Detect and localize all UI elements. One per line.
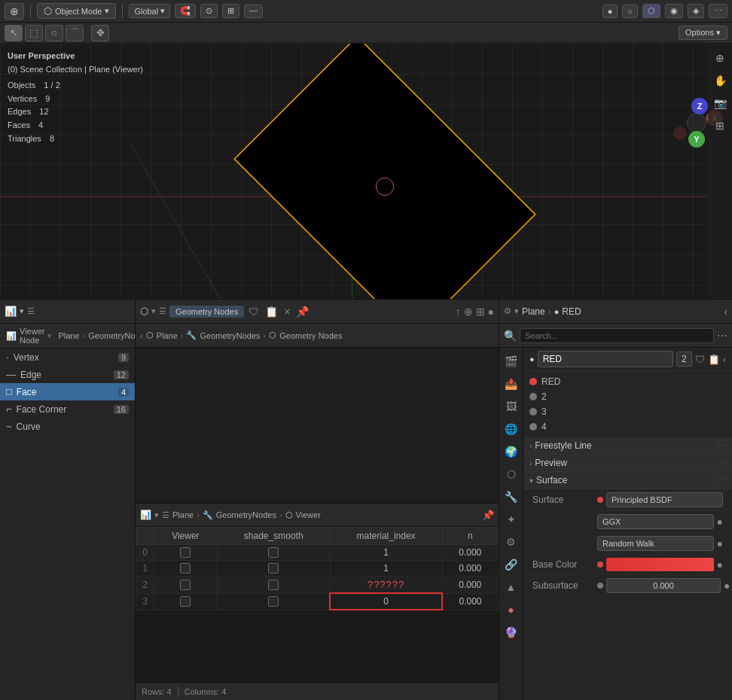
props-search-icon[interactable]: 🔍 bbox=[504, 330, 517, 342]
material-item-3[interactable]: 3 bbox=[523, 404, 732, 419]
preview-section[interactable]: › Preview ⋯ bbox=[523, 455, 732, 472]
material-copy-icon[interactable]: 📋 bbox=[708, 354, 720, 365]
global-btn[interactable]: Global ▾ bbox=[129, 4, 170, 18]
object-props-icon[interactable]: ⬡ bbox=[501, 464, 522, 485]
particle-props-icon[interactable]: ✦ bbox=[501, 509, 522, 530]
gizmo-y-axis[interactable]: Y bbox=[688, 131, 705, 148]
material-item-red[interactable]: RED bbox=[523, 374, 732, 389]
viewer-checkbox-3[interactable] bbox=[180, 596, 191, 607]
viewport-shading-btn[interactable]: ● bbox=[602, 5, 618, 18]
freestyle-line-section[interactable]: › Freestyle Line ⋯ bbox=[523, 437, 732, 455]
viewport-subtitle: (0) Scene Collection | Plane (Viewer) bbox=[8, 63, 143, 77]
select-circle-tool[interactable]: ○ bbox=[45, 25, 63, 41]
col-viewer[interactable]: Viewer bbox=[154, 528, 218, 545]
metallic-dot-btn[interactable]: ● bbox=[717, 516, 723, 528]
viewer-checkbox-2[interactable] bbox=[180, 580, 191, 590]
transform-tool[interactable]: ✥ bbox=[91, 25, 109, 41]
copy-icon[interactable]: 📋 bbox=[264, 306, 279, 318]
material-item-2[interactable]: 2 bbox=[523, 389, 732, 404]
material-collapse-btn[interactable]: ‹ bbox=[723, 354, 726, 365]
node-editor-dropdown[interactable]: ▾ bbox=[151, 306, 156, 316]
gizmo-z-axis[interactable]: Z bbox=[691, 98, 708, 114]
principled-bsdf-btn[interactable]: Principled BSDF bbox=[606, 492, 723, 507]
subsurface-input[interactable] bbox=[606, 578, 721, 593]
data-props-icon[interactable]: ▲ bbox=[501, 577, 522, 598]
ggx-btn[interactable]: GGX bbox=[597, 514, 714, 529]
proportional-btn[interactable]: ⊙ bbox=[200, 4, 218, 18]
ss-pin-icon[interactable]: 📌 bbox=[482, 510, 494, 521]
render-props-icon[interactable]: 🎬 bbox=[501, 351, 522, 372]
viewport-solid-btn[interactable]: ⬡ bbox=[642, 4, 660, 18]
camera-view-btn[interactable]: 📷 bbox=[710, 93, 730, 113]
output-props-icon[interactable]: 📤 bbox=[501, 373, 522, 394]
viewport-3d[interactable]: User Perspective (0) Scene Collection | … bbox=[0, 44, 732, 300]
viewport-rendered-btn[interactable]: ◉ bbox=[665, 4, 683, 18]
material-item-4[interactable]: 4 bbox=[523, 419, 732, 434]
face-item[interactable]: □ Face 4 bbox=[0, 383, 135, 400]
constraint-props-icon[interactable]: 🔗 bbox=[501, 554, 522, 575]
viewport-material-btn[interactable]: ◈ bbox=[688, 4, 704, 18]
roughness-dot-btn[interactable]: ● bbox=[717, 537, 723, 549]
surface-section-header[interactable]: ▾ Surface ⋯ bbox=[523, 472, 732, 489]
shade-checkbox-2[interactable] bbox=[268, 580, 279, 590]
orthographic-btn[interactable]: ⊞ bbox=[710, 116, 730, 135]
props-more-btn[interactable]: ⋯ bbox=[717, 330, 727, 342]
face-corner-item[interactable]: ⌐ Face Corner 16 bbox=[0, 400, 135, 418]
view-layer-icon[interactable]: 🖼 bbox=[501, 396, 522, 417]
pin-node-icon[interactable]: 📌 bbox=[294, 306, 310, 318]
wavy-btn[interactable]: 〰 bbox=[244, 5, 263, 18]
col-shade-smooth[interactable]: shade_smooth bbox=[217, 528, 330, 545]
node-canvas[interactable]: ▾ Group Input Geometry ▾ Material Select… bbox=[136, 348, 499, 503]
props-dropdown[interactable]: ▾ bbox=[514, 306, 519, 316]
physics-props-icon[interactable]: ⚙ bbox=[501, 531, 522, 552]
edge-item[interactable]: — Edge 12 bbox=[0, 366, 135, 383]
scene-props-icon[interactable]: 🌐 bbox=[501, 418, 522, 440]
snap-icon[interactable]: ⊕ bbox=[464, 306, 473, 318]
geometry-nodes-tab[interactable]: Geometry Nodes bbox=[169, 306, 244, 318]
viewer-checkbox-0[interactable] bbox=[180, 547, 191, 558]
curve-item[interactable]: ~ Curve bbox=[0, 418, 135, 435]
material-props-icon[interactable]: ● bbox=[501, 599, 522, 620]
gizmo-x-ghost bbox=[673, 126, 687, 140]
props-search-input[interactable] bbox=[520, 328, 714, 343]
world-props-icon[interactable]: 🌍 bbox=[501, 441, 522, 462]
vertex-item[interactable]: · Vertex 9 bbox=[0, 348, 135, 366]
select-box-tool[interactable]: ⬚ bbox=[25, 25, 43, 41]
back-icon[interactable]: ‹ bbox=[140, 331, 143, 340]
shader-props-icon[interactable]: 🔮 bbox=[501, 622, 522, 643]
shading-icon[interactable]: ● bbox=[488, 306, 494, 318]
arrow-up-btn[interactable]: ↑ bbox=[456, 306, 461, 318]
more-btn[interactable]: ⋯ bbox=[709, 4, 727, 18]
viewer-node-dropdown[interactable]: ▾ bbox=[47, 331, 52, 341]
pan-btn[interactable]: ✋ bbox=[710, 71, 730, 90]
modifier-props-icon[interactable]: 🔧 bbox=[501, 486, 522, 507]
close-tab-icon[interactable]: × bbox=[282, 306, 291, 318]
overlay-circles-btn[interactable]: ⊞ bbox=[222, 4, 239, 18]
blender-menu-btn[interactable]: ⊕ bbox=[5, 3, 24, 20]
viewport-shading-wire-btn[interactable]: ○ bbox=[622, 5, 638, 18]
material-shield-icon[interactable]: 🛡 bbox=[695, 354, 705, 365]
object-mode-btn[interactable]: ⬡ Object Mode ▾ bbox=[37, 3, 116, 19]
base-color-swatch[interactable] bbox=[606, 558, 714, 571]
col-material-index[interactable]: material_index bbox=[330, 528, 442, 545]
surface-row: Surface Principled BSDF bbox=[523, 489, 732, 511]
shield-icon[interactable]: 🛡 bbox=[247, 306, 261, 318]
shade-checkbox-3[interactable] bbox=[268, 596, 279, 607]
select-lasso-tool[interactable]: ⌒ bbox=[66, 25, 84, 41]
grid-icon[interactable]: ⊞ bbox=[476, 306, 485, 318]
snap-magnet-btn[interactable]: 🧲 bbox=[175, 4, 196, 18]
subsurface-dot-btn[interactable]: ● bbox=[724, 580, 730, 592]
props-collapse-btn[interactable]: ‹ bbox=[724, 306, 727, 318]
shade-checkbox-0[interactable] bbox=[268, 547, 279, 558]
viewer-checkbox-1[interactable] bbox=[180, 563, 191, 574]
base-color-dot-btn[interactable]: ● bbox=[717, 558, 723, 571]
spreadsheet-dropdown[interactable]: ▾ bbox=[154, 510, 159, 520]
shade-checkbox-1[interactable] bbox=[268, 563, 279, 574]
spreadsheet-table-container[interactable]: Viewer shade_smooth material_index n 0 bbox=[136, 527, 499, 682]
options-btn[interactable]: Options ▾ bbox=[679, 26, 727, 40]
random-walk-btn[interactable]: Random Walk bbox=[597, 536, 714, 551]
material-name-input[interactable] bbox=[538, 351, 673, 367]
col-n[interactable]: n bbox=[442, 528, 498, 545]
zoom-in-btn[interactable]: ⊕ bbox=[710, 48, 730, 68]
select-cursor-tool[interactable]: ↖ bbox=[5, 25, 23, 41]
